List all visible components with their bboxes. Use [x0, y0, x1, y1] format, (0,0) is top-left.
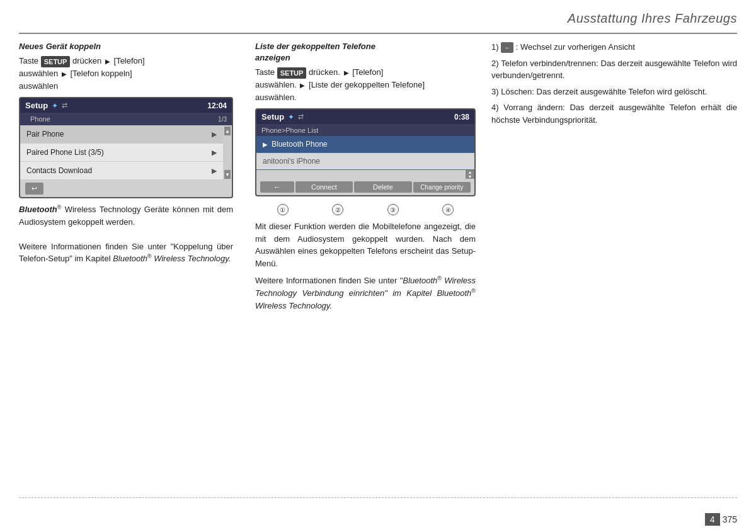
- menu-item-arrow-1: ▶: [212, 149, 217, 157]
- screen1-subtitle: Phone: [25, 114, 55, 124]
- screen-mockup-1: Setup ✦ ⇄ 12:04 Phone 1/3 Pair Phone ▶ P…: [19, 97, 233, 198]
- right-item-4-num: 4): [491, 103, 503, 112]
- right-item-1-num: 1): [491, 42, 501, 52]
- instruction-middle: Taste SETUP drücken. ▶ [Telefon] auswähl…: [255, 66, 476, 103]
- right-item-1: 1) ← : Wechsel zur vorherigen Ansicht: [491, 41, 737, 54]
- right-item-1-text: : Wechsel zur vorherigen Ansicht: [516, 42, 635, 52]
- screen2-action-bar: ← Connect Delete Change priority: [256, 179, 474, 195]
- scroll-up-icon[interactable]: ▲: [224, 127, 231, 135]
- right-item-2-num: 2): [491, 59, 501, 68]
- screen1-time: 12:04: [207, 101, 227, 110]
- section-title-middle: Liste der gekoppelten Telefone anzeigen: [255, 41, 476, 64]
- screen2-list: ▶ Bluetooth Phone anitooni's iPhone: [256, 136, 474, 170]
- screen1-title: Setup: [25, 101, 48, 110]
- right-item-4: 4) Vorrang ändern: Das derzeit ausgewähl…: [491, 101, 737, 126]
- screen1-footer: ↩: [20, 180, 232, 197]
- right-item-3: 3) Löschen: Das derzeit ausgewählte Tele…: [491, 86, 737, 98]
- auswählen-m2: auswählen.: [255, 93, 297, 102]
- screen-mockup-2: Setup ✦ ⇄ 0:38 Phone>Phone List ▶ Blueto…: [255, 108, 476, 196]
- caption-text-3: Wireless Technology.: [152, 254, 231, 264]
- screen1-page-indicator: 1/3: [218, 116, 227, 123]
- screen1-caption: Bluetooth® Wireless Technology Geräte kö…: [19, 203, 233, 265]
- section-title-line2: anzeigen: [255, 53, 290, 62]
- screen2-list-item-0[interactable]: ▶ Bluetooth Phone: [256, 136, 474, 153]
- col-left: Neues Gerät koppeln Taste SETUP drücken …: [19, 41, 246, 494]
- chapter-number: 4: [705, 513, 720, 526]
- circle-2: ②: [332, 204, 343, 215]
- screen2-header: Setup ✦ ⇄ 0:38: [256, 110, 474, 124]
- footer-dashed-line: [19, 497, 737, 498]
- menu-item-label-2: Contacts Download: [26, 166, 92, 175]
- screen2-back-button[interactable]: ←: [260, 181, 294, 193]
- screen2-change-priority-button[interactable]: Change priority: [413, 182, 471, 193]
- scroll2-down-icon[interactable]: ▼: [466, 174, 474, 179]
- arrow-icon-1: ▶: [105, 57, 110, 66]
- middle-text3: Wireless Technology.: [255, 301, 332, 310]
- right-item-2: 2) Telefon verbinden/trennen: Das derzei…: [491, 57, 737, 82]
- section-title-line1: Liste der gekoppelten Telefone: [255, 42, 375, 51]
- screen2-header-left: Setup ✦ ⇄: [261, 112, 304, 122]
- middle-further-info: Weitere Informationen finden Sie unter "…: [255, 274, 476, 312]
- main-content: Neues Gerät koppeln Taste SETUP drücken …: [19, 41, 737, 494]
- screen2-title: Setup: [261, 112, 284, 122]
- screen1-scrollbar: ▲ ▼: [223, 125, 232, 180]
- screen2-subtitle: Phone>Phone List: [261, 127, 318, 134]
- instr-drücken-m: drücken.: [309, 67, 342, 77]
- right-item-2-text: Telefon verbinden/trennen: Das derzeit a…: [491, 59, 737, 81]
- bluetooth-icon-2: ✦: [288, 113, 294, 122]
- menu-item-label-1: Paired Phone List (3/5): [26, 148, 104, 157]
- middle-body-text: Mit dieser Funktion werden die Mobiltele…: [255, 220, 476, 269]
- screen1-menu-item-0[interactable]: Pair Phone ▶: [20, 125, 223, 144]
- circle-1: ①: [277, 204, 289, 215]
- screen2-connect-button[interactable]: Connect: [295, 181, 353, 193]
- screen2-arrows: ⇄: [298, 113, 304, 121]
- auswählen-2: auswählen: [19, 81, 58, 91]
- screen1-menu-item-2[interactable]: Contacts Download ▶: [20, 162, 223, 180]
- col-right: 1) ← : Wechsel zur vorherigen Ansicht 2)…: [485, 41, 737, 494]
- page-title: Ausstattung Ihres Fahrzeugs: [568, 11, 737, 26]
- screen1-header: Setup ✦ ⇄ 12:04: [20, 98, 232, 113]
- page-number: 375: [723, 514, 737, 524]
- screen1-menu-item-1[interactable]: Paired Phone List (3/5) ▶: [20, 144, 223, 162]
- screen1-arrows: ⇄: [62, 101, 67, 110]
- screen2-delete-button[interactable]: Delete: [354, 181, 411, 193]
- further-info-text: Weitere Informationen finden Sie unter ": [255, 276, 403, 286]
- arrow-icon-m2: ▶: [300, 81, 305, 90]
- screen2-list-item-1[interactable]: anitooni's iPhone: [256, 153, 474, 170]
- bracket-phonelist-m: [Liste der gekoppelten Telefone]: [309, 80, 425, 89]
- header-divider: [19, 33, 737, 34]
- screen1-back-button[interactable]: ↩: [25, 183, 43, 195]
- bracket-telefon-m: [Telefon]: [352, 67, 383, 77]
- screen2-time: 0:38: [454, 113, 469, 122]
- bluetooth-middle-2: Bluetooth: [437, 288, 471, 298]
- numbered-circles: ① ② ③ ④: [255, 201, 476, 215]
- menu-item-label-0: Pair Phone: [26, 130, 64, 139]
- instr-taste-m: Taste: [255, 67, 275, 77]
- bluetooth-icon-1: ✦: [52, 101, 58, 110]
- setup-badge-left: SETUP: [41, 56, 71, 68]
- screen2-item-label-0: Bluetooth Phone: [272, 140, 328, 149]
- telefon-bracket: [Telefon]: [114, 56, 145, 65]
- auswählen-m: auswählen.: [255, 80, 297, 89]
- page-footer: 4 375: [0, 497, 756, 532]
- section-title-left: Neues Gerät koppeln: [19, 41, 233, 52]
- footer-page-num: 4 375: [705, 513, 737, 526]
- screen1-header-left: Setup ✦ ⇄: [25, 101, 67, 110]
- screen2-item-label-1: anitooni's iPhone: [263, 157, 320, 166]
- reg-middle-1: ®: [437, 275, 442, 281]
- arrow-icon-2: ▶: [62, 69, 67, 79]
- setup-badge-middle: SETUP: [277, 67, 307, 79]
- arrow-icon-m1: ▶: [344, 68, 349, 77]
- scroll-down-icon[interactable]: ▼: [224, 170, 231, 179]
- instr-taste: Taste: [19, 56, 38, 65]
- menu-item-arrow-2: ▶: [212, 167, 217, 175]
- circle-4: ④: [442, 204, 454, 215]
- screen1-menu-area: Pair Phone ▶ Paired Phone List (3/5) ▶ C…: [20, 125, 232, 180]
- scroll2-up-icon[interactable]: ▲: [466, 170, 474, 174]
- telefon-koppeln-bracket: [Telefon koppeln]: [70, 69, 132, 78]
- play-icon-0: ▶: [263, 141, 268, 148]
- instruction-left: Taste SETUP drücken ▶ [Telefon] auswähle…: [19, 55, 233, 92]
- back-icon-right: ←: [501, 42, 513, 53]
- instr-drücken: drücken: [72, 56, 104, 65]
- bluetooth-middle-1: Bluetooth: [403, 276, 437, 286]
